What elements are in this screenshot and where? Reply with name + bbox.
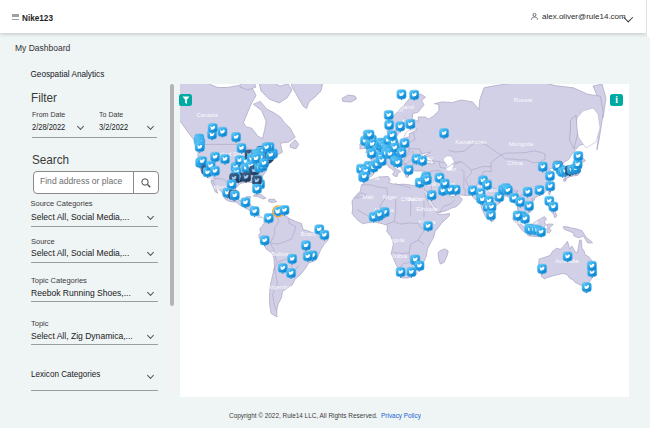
svg-text:Niger: Niger [383, 194, 397, 200]
svg-text:China: China [507, 160, 523, 166]
svg-text:Finland: Finland [394, 104, 414, 110]
svg-text:Ethiopia: Ethiopia [416, 206, 438, 212]
svg-text:Russia: Russia [514, 97, 533, 103]
svg-text:Brazil: Brazil [300, 231, 315, 237]
svg-text:Mongolia: Mongolia [509, 141, 534, 147]
svg-text:Namibia: Namibia [385, 253, 408, 259]
svg-text:Libya: Libya [392, 178, 407, 184]
svg-text:Kazakhstan: Kazakhstan [455, 139, 486, 145]
svg-text:Canada: Canada [196, 112, 218, 118]
svg-text:Iran: Iran [446, 166, 456, 172]
svg-text:Bolivia: Bolivia [271, 251, 289, 257]
svg-text:Argentina: Argentina [267, 284, 293, 290]
svg-text:Spain: Spain [350, 147, 365, 153]
svg-text:Angola: Angola [386, 237, 405, 243]
svg-text:Sudan: Sudan [407, 196, 424, 202]
svg-text:Mali: Mali [362, 194, 373, 200]
